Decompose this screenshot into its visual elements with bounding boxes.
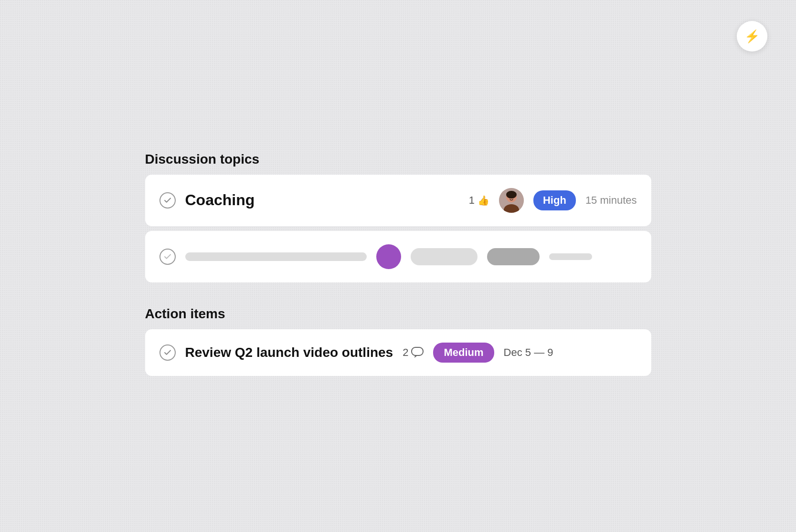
comment-icon	[411, 347, 424, 358]
comment-count[interactable]: 2	[403, 346, 424, 359]
skeleton-badge	[411, 248, 478, 265]
date-range: Dec 5 — 9	[504, 346, 553, 359]
checkmark-skeleton-svg	[163, 252, 172, 261]
checkmark-action-svg	[163, 348, 172, 357]
time-estimate: 15 minutes	[585, 194, 637, 207]
svg-point-2	[506, 191, 517, 198]
comments-number: 2	[403, 346, 408, 359]
svg-rect-6	[412, 347, 423, 355]
priority-badge-medium[interactable]: Medium	[433, 343, 494, 363]
priority-badge-high[interactable]: High	[533, 190, 576, 210]
lightning-button[interactable]: ⚡	[737, 21, 767, 52]
skeleton-avatar	[376, 244, 401, 269]
check-icon-action[interactable]	[159, 344, 176, 361]
discussion-topic-item[interactable]: Coaching 1 👍 High	[145, 175, 651, 226]
action-item-title: Review Q2 launch video outlines	[185, 345, 393, 360]
main-container: Discussion topics Coaching 1 👍	[145, 152, 651, 381]
action-item-card[interactable]: Review Q2 launch video outlines 2 Medium…	[145, 329, 651, 376]
action-items-section: Action items Review Q2 launch video outl…	[145, 306, 651, 381]
svg-point-4	[509, 197, 510, 198]
skeleton-text	[185, 252, 367, 261]
checkmark-svg	[163, 196, 172, 205]
thumbs-up-icon: 👍	[478, 195, 489, 206]
check-icon-skeleton[interactable]	[159, 249, 176, 265]
skeleton-badge-dark	[487, 248, 540, 265]
action-items-title: Action items	[145, 306, 651, 322]
avatar-svg	[499, 188, 524, 213]
discussion-topic-skeleton-item	[145, 231, 651, 282]
likes-count: 1	[469, 194, 475, 207]
check-icon-coaching[interactable]	[159, 192, 176, 209]
topic-title: Coaching	[185, 191, 457, 209]
topic-likes[interactable]: 1 👍	[469, 194, 489, 207]
lightning-icon: ⚡	[744, 29, 760, 44]
topic-title-group: Coaching 1 👍	[185, 191, 489, 209]
user-avatar	[499, 188, 524, 213]
skeleton-time	[549, 253, 592, 260]
discussion-topics-title: Discussion topics	[145, 152, 651, 167]
svg-point-5	[512, 197, 513, 198]
